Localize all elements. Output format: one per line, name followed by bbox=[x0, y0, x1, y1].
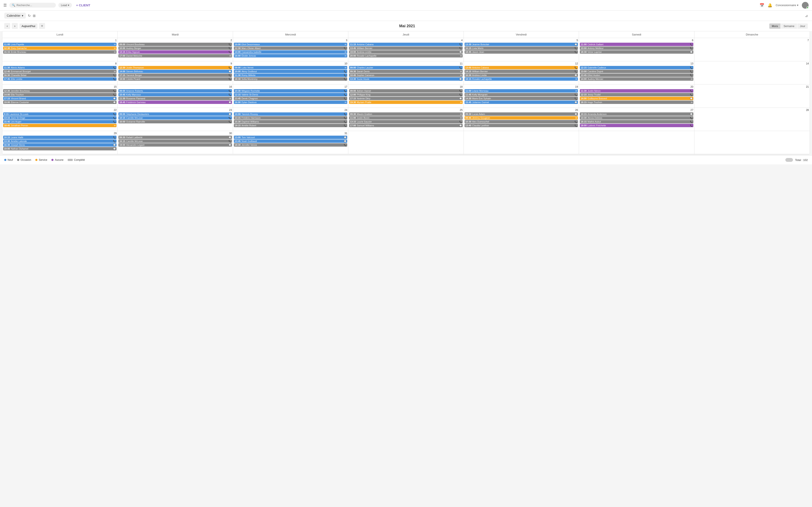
event[interactable]: 18:45Jason Jean📞 bbox=[465, 50, 578, 54]
event[interactable]: 17:45Ellie Lirette📞 bbox=[3, 77, 116, 81]
event[interactable]: 13:00Tom Valcourt💬 bbox=[234, 135, 347, 139]
month-view-button[interactable]: Mois bbox=[769, 23, 781, 29]
event[interactable]: 13:30Amélie Lalonde📞 bbox=[3, 139, 116, 143]
save-icon[interactable]: ⊞ bbox=[33, 14, 36, 18]
event[interactable]: 09:30Rafaël Laliberté💬 bbox=[118, 135, 232, 139]
event[interactable]: 09:00Stéphanie Deslauriers💬 bbox=[118, 112, 232, 116]
add-client-button[interactable]: + CLIENT bbox=[76, 3, 90, 7]
event[interactable]: 11:30Roxanne Flamand✉ bbox=[118, 97, 232, 100]
event[interactable]: 12:30Marc-Olivier Allard📞 bbox=[234, 47, 347, 50]
event[interactable]: 11:00Cédrick Gallant📞 bbox=[580, 43, 693, 46]
event[interactable]: 12:30Justin Thompson📞 bbox=[118, 66, 232, 69]
filter-icon[interactable]: ⊿ bbox=[805, 14, 808, 18]
calendar-dropdown[interactable]: Calendrier ▾ bbox=[4, 13, 26, 18]
event[interactable]: 12:45Emmanuel Bourget✉ bbox=[3, 70, 116, 73]
event[interactable]: 13:30Jeanne Boisclair💬 bbox=[465, 43, 578, 46]
event[interactable]: 16:15Mathis Aubut📞 bbox=[580, 120, 693, 123]
event[interactable]: 16:15Camille McLean📞 bbox=[118, 139, 232, 143]
day-view-button[interactable]: Jour bbox=[798, 23, 808, 29]
event[interactable]: 14:15William Bernier📞 bbox=[465, 70, 578, 73]
event[interactable]: 18:45Jonathan Perron✉ bbox=[3, 124, 116, 127]
event[interactable]: 17:00Daniel Meloche✉ bbox=[118, 54, 232, 57]
event[interactable]: 9:15Laurence St-Louis📞 bbox=[3, 112, 116, 116]
search-input[interactable] bbox=[16, 4, 53, 7]
event[interactable]: 13:45Noah Guilbault💬 bbox=[234, 139, 347, 143]
event[interactable]: 13:30Suzie Houle💬 bbox=[349, 77, 462, 81]
event[interactable]: 19:00Andrea Lirette💬 bbox=[349, 50, 462, 54]
event[interactable]: 16:00Dylan Dastous✉ bbox=[234, 101, 347, 104]
event[interactable]: 16:00Élodie Joncas✉ bbox=[234, 54, 347, 57]
event[interactable]: 11:00Léane Morneau✉ bbox=[465, 89, 578, 93]
event[interactable]: 09:30Maxim Gratton✉ bbox=[349, 112, 462, 116]
event[interactable]: 11:15Antoine Cabana📞 bbox=[349, 43, 462, 46]
event[interactable]: 13:45William Bernier📞 bbox=[349, 47, 462, 50]
event[interactable]: 13:15Frédéric Harrisson📞 bbox=[234, 116, 347, 120]
event[interactable]: 13:45Elliot Hudon📞 bbox=[580, 73, 693, 77]
event[interactable]: 14:00Ella Truchon📞 bbox=[3, 93, 116, 96]
event[interactable]: 14:00Guillaume Boisvert💬 bbox=[580, 97, 693, 100]
event[interactable]: 13:45Claudia Lanthier📞 bbox=[465, 124, 578, 127]
event[interactable]: 10:30Alex Dumouchel📞 bbox=[465, 120, 578, 123]
event[interactable]: 19:00Alexandre Legaré💬 bbox=[118, 143, 232, 147]
event[interactable]: 17:00Samuel Williams💬 bbox=[349, 124, 462, 127]
bell-icon[interactable]: 🔔 bbox=[768, 3, 772, 8]
event[interactable]: 19:00Nathan Duhamel💬 bbox=[3, 147, 116, 151]
event[interactable]: 11:30Justin Néron📞 bbox=[580, 89, 693, 93]
event[interactable]: 16:30Andrea Lirette💬 bbox=[465, 73, 578, 77]
week-view-button[interactable]: Semaine bbox=[781, 23, 797, 29]
event[interactable]: 10:15Leane Hallé📞 bbox=[3, 135, 116, 139]
dealer-dropdown[interactable]: Concessionnaire ▾ bbox=[776, 4, 799, 7]
event[interactable]: 12:15Valérie St-Denis📞 bbox=[234, 93, 347, 96]
sync-icon[interactable]: ↻ bbox=[28, 14, 31, 18]
event[interactable]: 13:00Antony Meilleur📞 bbox=[580, 47, 693, 50]
event[interactable]: 17:15Yannick Berger📞 bbox=[118, 73, 232, 77]
event[interactable]: 09:00Luka Verret✉ bbox=[234, 66, 347, 69]
event[interactable]: 19:30Myriam Pratte✉ bbox=[349, 101, 462, 104]
event[interactable]: 12:30Jennifer Bourbeau📞 bbox=[3, 89, 116, 93]
event[interactable]: 15:30Daphné Williams📞 bbox=[234, 120, 347, 123]
event[interactable]: 11:30Alexis Adams📞 bbox=[3, 66, 116, 69]
event[interactable]: 15:45Léo Auger📞 bbox=[3, 120, 116, 123]
event[interactable]: 18:15Rosalie Lachapelle✉ bbox=[465, 77, 578, 81]
event[interactable]: 10:00Alexy Godbout📞 bbox=[234, 70, 347, 73]
search-bar[interactable]: 🔍 bbox=[9, 3, 56, 8]
event[interactable]: 10:00Audrey Berger📞 bbox=[118, 47, 232, 50]
prev-month-button[interactable]: ‹ bbox=[4, 23, 10, 29]
event[interactable]: 10:00Yannick Roussy📞 bbox=[234, 112, 347, 116]
event[interactable]: 11:30Romy Millette📞 bbox=[234, 73, 347, 77]
event[interactable]: 14:00Steven Béliveau💬 bbox=[118, 70, 232, 73]
event[interactable]: 09:00Vincent Bourbeau📞 bbox=[118, 43, 232, 46]
event[interactable]: 12:15Gabrielle Cadieux📞 bbox=[580, 66, 693, 69]
event[interactable]: 16:30Joseph Denis💬 bbox=[3, 143, 116, 147]
event[interactable]: 13:15Laurie Saucier📞 bbox=[349, 120, 462, 123]
event[interactable]: 13:15Érika Sigouin📞 bbox=[118, 50, 232, 54]
event[interactable]: 10:00Eliot Desormeaux✉ bbox=[234, 43, 347, 46]
event[interactable]: 18:30Sofia Montminy📞 bbox=[234, 77, 347, 81]
event[interactable]: 16:30Chanelle Bélair📞 bbox=[3, 73, 116, 77]
event[interactable]: 10:15Camille McLean📞 bbox=[118, 116, 232, 120]
event[interactable]: 11:00Justin Bonin✉ bbox=[349, 116, 462, 120]
event[interactable]: 11:00Livia Payette✉ bbox=[3, 43, 116, 46]
event[interactable]: 10:15Amanda Anderson💬 bbox=[580, 112, 693, 116]
event[interactable]: 13:00Caroline Dupré📞 bbox=[580, 70, 693, 73]
event[interactable]: 18:00Ludovic Fréchette📞 bbox=[580, 124, 693, 127]
event[interactable]: 09:00Adrien Hamel📞 bbox=[349, 89, 462, 93]
event[interactable]: 09:00Arianne Roberts📞 bbox=[118, 89, 232, 93]
event[interactable]: 15:45Julianne Ouimet💬 bbox=[465, 101, 578, 104]
event[interactable]: 13:45Derek Chagnon📞 bbox=[234, 97, 347, 100]
event[interactable]: 12:15Jessy Trudel📞 bbox=[580, 93, 693, 96]
event[interactable]: 18:30Victor Laprise💬 bbox=[580, 50, 693, 54]
event[interactable]: 10:45Sophie Cameron✉ bbox=[349, 73, 462, 77]
event[interactable]: 14:00Cassandra Isabelle✉ bbox=[234, 50, 347, 54]
event[interactable]: 09:45Jérémy Gougeon✉ bbox=[465, 116, 578, 120]
event[interactable]: 13:00Antoine Cabana📞 bbox=[465, 66, 578, 69]
avatar[interactable] bbox=[802, 2, 809, 9]
event[interactable]: 18:15Hugo Truchon✉ bbox=[580, 101, 693, 104]
event[interactable]: 19:00Étienne Couturier💬 bbox=[3, 101, 116, 104]
toggle-switch[interactable] bbox=[785, 158, 793, 162]
event[interactable]: 19:00Cédrik Picard📞 bbox=[118, 77, 232, 81]
event[interactable]: 18:45Frédérick Garneau💬 bbox=[118, 101, 232, 104]
event[interactable]: 13:30Alexia Deblois📞 bbox=[580, 116, 693, 120]
event[interactable]: 10:30Mégane Rochette📞 bbox=[234, 89, 347, 93]
event[interactable]: 15:15Émile Bruneau✉ bbox=[3, 50, 116, 54]
